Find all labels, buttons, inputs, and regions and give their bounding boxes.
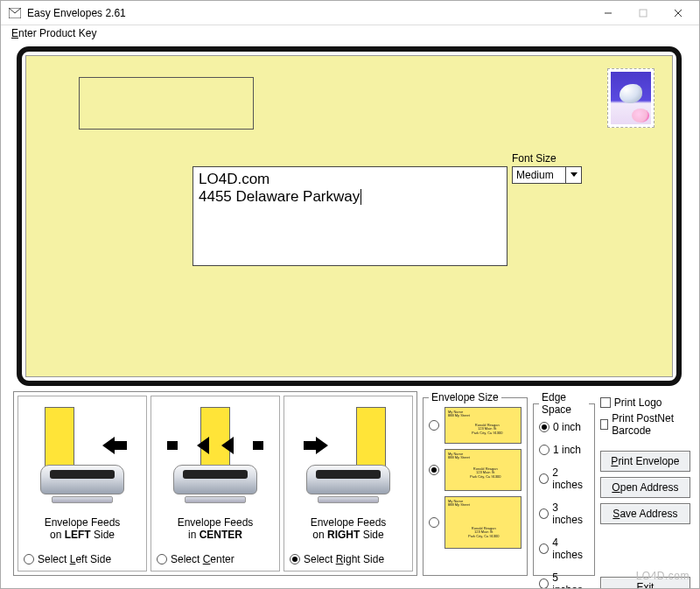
arrow-right-icon xyxy=(197,437,209,454)
arrow-tail-icon xyxy=(253,441,263,450)
minimize-button[interactable] xyxy=(591,3,626,24)
checkbox-icon xyxy=(600,419,609,430)
open-address-button[interactable]: Open Address xyxy=(600,477,690,498)
envelope-size-option-0[interactable]: My Name888 My Street Ronald Reagan123 Ma… xyxy=(429,407,522,444)
edge-option-4[interactable]: 4 inches xyxy=(539,536,589,561)
edge-option-1[interactable]: 1 inch xyxy=(539,444,589,456)
print-logo-checkbox[interactable]: Print Logo xyxy=(600,396,690,409)
feed-card-center: Envelope Feedsin CENTER Select Center xyxy=(150,396,280,571)
envelope-preview: Font Size Medium LO4D.com 4455 Delaware … xyxy=(25,55,673,377)
maximize-button xyxy=(626,3,661,24)
svg-rect-2 xyxy=(640,10,647,17)
envelope-size-group: Envelope Size My Name888 My Street Ronal… xyxy=(423,391,528,576)
feed-illustration-right xyxy=(291,402,405,515)
arrow-tail-icon xyxy=(113,441,127,450)
edge-option-3[interactable]: 3 inches xyxy=(539,501,589,526)
feed-card-right: Envelope Feedson RIGHT Side Select Right… xyxy=(284,396,413,571)
radio-icon xyxy=(157,554,167,564)
radio-icon xyxy=(429,517,439,528)
feed-illustration-left xyxy=(25,402,139,515)
envelope-preview-frame: Font Size Medium LO4D.com 4455 Delaware … xyxy=(17,46,682,386)
feed-radio-center[interactable]: Select Center xyxy=(155,550,276,567)
envelope-thumb-small: My Name888 My Street Ronald Reagan123 Ma… xyxy=(444,407,522,444)
envelope-thumb-large: My Name888 My Street Ronald Reagan123 Ma… xyxy=(444,496,522,549)
address-line-1: LO4D.com xyxy=(199,171,501,188)
radio-icon xyxy=(539,445,550,455)
arrow-left-icon xyxy=(221,437,234,454)
radio-icon xyxy=(539,473,549,484)
feed-illustration-center xyxy=(158,402,272,515)
edge-option-2[interactable]: 2 inches xyxy=(539,466,589,491)
print-postnet-checkbox[interactable]: Print PostNet Barcode xyxy=(600,412,690,437)
watermark: LO4D.com xyxy=(636,570,690,582)
edge-option-0[interactable]: 0 inch xyxy=(539,421,589,433)
printer-icon xyxy=(306,465,390,503)
app-icon xyxy=(8,6,22,20)
printer-icon xyxy=(40,465,124,503)
bottom-panel: Envelope Feedson LEFT Side Select Left S… xyxy=(1,391,699,589)
dropdown-arrow-icon xyxy=(565,167,581,183)
bird-icon xyxy=(620,84,642,103)
feed-card-left: Envelope Feedson LEFT Side Select Left S… xyxy=(18,396,147,571)
feed-caption-center: Envelope Feedsin CENTER xyxy=(178,517,254,542)
envelope-thumb-medium: My Name888 My Street Ronald Reagan123 Ma… xyxy=(444,449,522,491)
radio-icon xyxy=(429,465,439,475)
radio-icon xyxy=(539,508,549,519)
radio-icon xyxy=(539,543,549,554)
envelope-size-legend: Envelope Size xyxy=(429,391,501,403)
edge-option-5[interactable]: 5 inches xyxy=(539,571,589,589)
feed-caption-right: Envelope Feedson RIGHT Side xyxy=(311,517,387,542)
arrow-tail-icon xyxy=(167,441,178,450)
radio-icon xyxy=(539,578,549,589)
radio-icon xyxy=(539,422,550,432)
printer-icon xyxy=(173,465,257,503)
font-size-value: Medium xyxy=(516,169,554,181)
edge-space-group: Edge Space 0 inch 1 inch 2 inches 3 inch… xyxy=(533,391,595,576)
arrow-right-icon xyxy=(316,437,328,454)
feed-radio-right[interactable]: Select Right Side xyxy=(288,550,409,567)
menubar: Enter Product Key xyxy=(1,25,699,45)
recipient-address-input[interactable]: LO4D.com 4455 Delaware Parkway xyxy=(192,166,508,266)
stamp-image[interactable] xyxy=(607,68,654,128)
close-button[interactable] xyxy=(661,3,696,24)
flower-icon xyxy=(632,109,649,123)
font-size-label: Font Size xyxy=(512,152,556,165)
feed-side-group: Envelope Feedson LEFT Side Select Left S… xyxy=(13,391,417,576)
titlebar: Easy Envelopes 2.61 xyxy=(1,1,699,25)
address-line-2: 4455 Delaware Parkway xyxy=(199,188,501,206)
radio-icon xyxy=(290,554,300,564)
text-caret xyxy=(360,189,361,205)
feed-radio-left[interactable]: Select Left Side xyxy=(22,550,143,567)
print-envelope-button[interactable]: Print Envelope xyxy=(600,451,690,472)
font-size-select[interactable]: Medium xyxy=(512,166,582,184)
window-controls xyxy=(591,3,696,24)
envelope-size-option-2[interactable]: My Name888 My Street Ronald Reagan123 Ma… xyxy=(429,496,522,549)
envelope-paper-icon xyxy=(356,407,386,470)
edge-space-legend: Edge Space xyxy=(539,391,589,416)
radio-icon xyxy=(24,554,34,564)
return-address-box[interactable] xyxy=(79,77,254,130)
menu-enter-product-key[interactable]: Enter Product Key xyxy=(6,25,102,41)
window-title: Easy Envelopes 2.61 xyxy=(27,7,591,19)
envelope-paper-icon xyxy=(45,407,74,470)
radio-icon xyxy=(429,420,439,431)
checkbox-icon xyxy=(600,397,611,408)
arrow-tail-icon xyxy=(304,441,318,450)
save-address-button[interactable]: Save Address xyxy=(600,503,690,524)
envelope-size-option-1[interactable]: My Name888 My Street Ronald Reagan123 Ma… xyxy=(429,449,522,491)
right-column: Print Logo Print PostNet Barcode Print E… xyxy=(600,391,690,589)
feed-caption-left: Envelope Feedson LEFT Side xyxy=(45,517,121,542)
